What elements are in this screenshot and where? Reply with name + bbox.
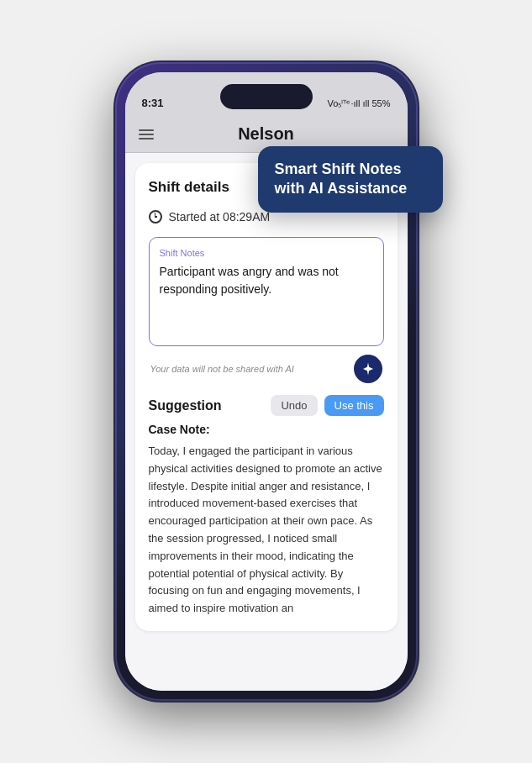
shift-notes-container[interactable]: Shift Notes Participant was angry and wa… [149, 237, 384, 346]
app-title: Nelson [238, 124, 294, 144]
shift-details-card: Shift details Cancel Started at 08:29AM … [135, 163, 398, 631]
case-note-label: Case Note: [149, 423, 384, 436]
app-content: Shift details Cancel Started at 08:29AM … [125, 153, 408, 691]
notes-text: Participant was angry and was not respon… [160, 263, 373, 298]
status-icons: Vo₅ᴵᵀᵉ·ıll ıll 55% [328, 98, 391, 109]
ai-sparkle-button[interactable] [354, 355, 382, 383]
suggestion-actions: Undo Use this [271, 395, 383, 416]
undo-button[interactable]: Undo [271, 395, 317, 416]
suggestion-header: Suggestion Undo Use this [149, 395, 384, 416]
dynamic-island [220, 84, 313, 109]
tooltip-text: Smart Shift Notes with AI Assistance [275, 160, 408, 197]
suggestion-label: Suggestion [149, 398, 222, 413]
case-note-text: Today, I engaged the participant in vari… [149, 443, 384, 618]
clock-icon [149, 210, 162, 224]
started-label: Started at 08:29AM [169, 210, 271, 224]
tooltip-bubble: Smart Shift Notes with AI Assistance [258, 146, 443, 213]
ai-disclaimer-row: Your data will not be shared with AI [149, 355, 384, 383]
use-this-button[interactable]: Use this [324, 395, 384, 416]
card-title: Shift details [149, 179, 229, 196]
notes-field-label: Shift Notes [160, 248, 373, 258]
phone-mockup: 8:31 Vo₅ᴵᵀᵉ·ıll ıll 55% Nelson Shift det… [115, 62, 418, 701]
ai-disclaimer-text: Your data will not be shared with AI [150, 364, 294, 374]
signal-icons: Vo₅ᴵᵀᵉ·ıll ıll 55% [328, 98, 391, 109]
hamburger-menu-icon[interactable] [139, 129, 154, 139]
status-time: 8:31 [142, 97, 164, 109]
